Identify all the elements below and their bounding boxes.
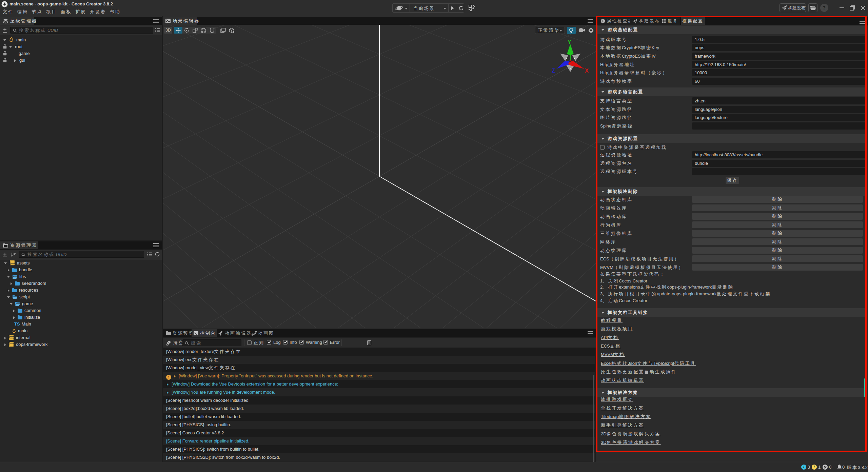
svg-text:Y: Y [568, 39, 571, 45]
svg-text:Z: Z [552, 68, 555, 74]
svg-text:X: X [585, 68, 589, 74]
